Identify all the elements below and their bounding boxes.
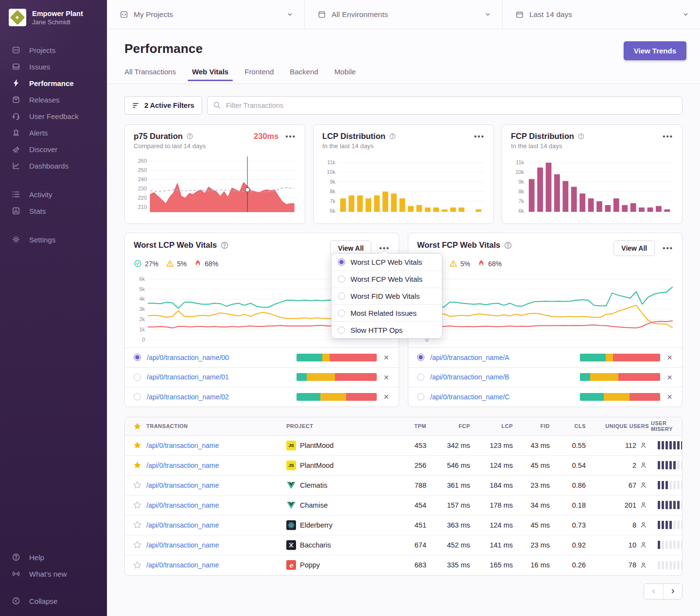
help-icon[interactable] (220, 241, 229, 250)
fcp-value: 546 ms (428, 462, 472, 469)
sidebar-item-settings[interactable]: Settings (0, 231, 107, 248)
transaction-link[interactable]: /api/0/transaction_name/02 (147, 393, 291, 401)
next-page-button[interactable] (663, 584, 682, 599)
transaction-radio[interactable] (417, 354, 424, 361)
tab-backend[interactable]: Backend (290, 68, 318, 81)
tpm-value: 451 (397, 521, 428, 529)
help-icon[interactable] (578, 133, 585, 140)
transaction-radio[interactable] (134, 354, 141, 361)
sidebar-item-alerts[interactable]: Alerts (0, 124, 107, 141)
project-cell[interactable]: Baccharis (286, 540, 397, 550)
sidebar-collapse-button[interactable]: Collapse (0, 593, 107, 609)
sidebar-item-stats[interactable]: Stats (0, 203, 107, 219)
transaction-link[interactable]: /api/0/transaction_name (146, 462, 219, 469)
help-icon[interactable] (389, 133, 396, 140)
close-icon[interactable]: × (383, 373, 390, 382)
transaction-link[interactable]: /api/0/transaction_name (146, 442, 219, 449)
column-header-project[interactable]: PROJECT (286, 423, 397, 429)
sidebar-item-user-feedback[interactable]: User Feedback (0, 108, 107, 124)
column-header-fcp[interactable]: FCP (428, 423, 472, 429)
environment-selector[interactable]: All Environments (304, 0, 502, 29)
unique-users-value: 112 (588, 442, 651, 449)
menu-item-worst-fcp-web-vitals[interactable]: Worst FCP Web Vitals (332, 271, 442, 288)
star-toggle[interactable] (125, 481, 146, 489)
prev-page-button[interactable] (644, 584, 663, 599)
menu-item-worst-fid-web-vitals[interactable]: Worst FID Web Vitals (332, 288, 442, 305)
key-transactions-star-icon[interactable] (125, 422, 146, 430)
ellipsis-menu-icon[interactable]: ••• (663, 246, 673, 251)
ellipsis-menu-icon[interactable]: ••• (663, 134, 673, 139)
topbar: My Projects All Environments Last 14 day… (107, 0, 700, 29)
transaction-link[interactable]: /api/0/transaction_name/B (430, 373, 574, 381)
column-header-cls[interactable]: CLS (552, 423, 588, 429)
column-header-transaction[interactable]: TRANSACTION (146, 423, 286, 429)
star-toggle[interactable] (125, 441, 146, 449)
sidebar-item-performance[interactable]: Performance (0, 75, 107, 91)
transaction-radio[interactable] (134, 374, 141, 381)
menu-item-most-related-issues[interactable]: Most Related Issues (332, 304, 442, 321)
date-range-selector[interactable]: Last 14 days (502, 0, 700, 29)
close-icon[interactable]: × (383, 392, 390, 401)
transaction-link[interactable]: /api/0/transaction_name/C (430, 393, 574, 401)
vue-platform-icon (286, 480, 296, 490)
svg-text:9k: 9k (518, 179, 524, 185)
view-trends-button[interactable]: View Trends (624, 41, 686, 60)
transaction-link[interactable]: /api/0/transaction_name (146, 561, 219, 569)
view-all-button[interactable]: View All (613, 240, 655, 256)
help-icon[interactable] (186, 133, 193, 140)
unique-users-value: 201 (588, 501, 651, 509)
column-header-tpm[interactable]: TPM (397, 423, 428, 429)
column-header-fid[interactable]: FID (515, 423, 552, 429)
transaction-link[interactable]: /api/0/transaction_name (146, 501, 219, 509)
transaction-link[interactable]: /api/0/transaction_name (146, 521, 219, 529)
tab-frontend[interactable]: Frontend (245, 68, 274, 81)
star-toggle[interactable] (125, 561, 146, 569)
sidebar-item-what-s-new[interactable]: What’s new (0, 565, 107, 582)
ellipsis-menu-icon[interactable]: ••• (285, 134, 296, 139)
star-toggle[interactable] (125, 521, 146, 529)
close-icon[interactable]: × (383, 353, 390, 362)
close-icon[interactable]: × (666, 353, 673, 362)
star-toggle[interactable] (125, 501, 146, 509)
svg-text:10k: 10k (327, 169, 335, 175)
sidebar-item-releases[interactable]: Releases (0, 91, 107, 108)
project-cell[interactable]: JSPlantMood (286, 461, 397, 470)
project-cell[interactable]: Clematis (286, 480, 397, 490)
tab-mobile[interactable]: Mobile (334, 68, 356, 81)
menu-item-worst-lcp-web-vitals[interactable]: Worst LCP Web Vitals (332, 254, 442, 271)
transaction-link[interactable]: /api/0/transaction_name/01 (147, 373, 291, 381)
sidebar-item-dashboards[interactable]: Dashboards (0, 157, 107, 174)
transaction-link[interactable]: /api/0/transaction_name/00 (147, 354, 291, 361)
transaction-link[interactable]: /api/0/transaction_name (146, 481, 219, 489)
tab-web-vitals[interactable]: Web Vitals (192, 68, 228, 81)
transaction-link[interactable]: /api/0/transaction_name (146, 541, 219, 549)
column-header-lcp[interactable]: LCP (472, 423, 515, 429)
column-header-unique-users[interactable]: UNIQUE USERS (588, 423, 651, 429)
ellipsis-menu-icon[interactable]: ••• (474, 134, 485, 139)
transaction-radio[interactable] (417, 393, 424, 400)
star-toggle[interactable] (125, 541, 146, 549)
sidebar-item-issues[interactable]: Issues (0, 58, 107, 75)
sidebar-item-projects[interactable]: Projects (0, 42, 107, 58)
close-icon[interactable]: × (666, 392, 673, 401)
sidebar-item-discover[interactable]: Discover (0, 141, 107, 157)
column-header-user-misery[interactable]: USER MISERY (651, 420, 682, 432)
tab-all-transactions[interactable]: All Transactions (124, 68, 176, 81)
transaction-radio[interactable] (134, 393, 141, 400)
star-toggle[interactable] (125, 461, 146, 469)
project-cell[interactable]: Chamise (286, 500, 397, 510)
project-cell[interactable]: JSPlantMood (286, 441, 397, 450)
close-icon[interactable]: × (666, 373, 673, 382)
transaction-radio[interactable] (417, 374, 424, 381)
org-switcher[interactable]: ✦ Empower Plant Jane Schmidt (0, 0, 107, 31)
sidebar-item-help[interactable]: Help (0, 549, 107, 565)
active-filters-button[interactable]: 2 Active Filters (124, 96, 202, 115)
sidebar-item-activity[interactable]: Activity (0, 186, 107, 203)
menu-item-slow-http-ops[interactable]: Slow HTTP Ops (332, 321, 442, 338)
help-icon[interactable] (504, 241, 512, 250)
search-input[interactable] (207, 96, 682, 115)
transaction-link[interactable]: /api/0/transaction_name/A (430, 354, 574, 361)
project-selector[interactable]: My Projects (107, 0, 304, 29)
project-cell[interactable]: Elderberry (286, 520, 397, 530)
project-cell[interactable]: ePoppy (286, 560, 397, 570)
